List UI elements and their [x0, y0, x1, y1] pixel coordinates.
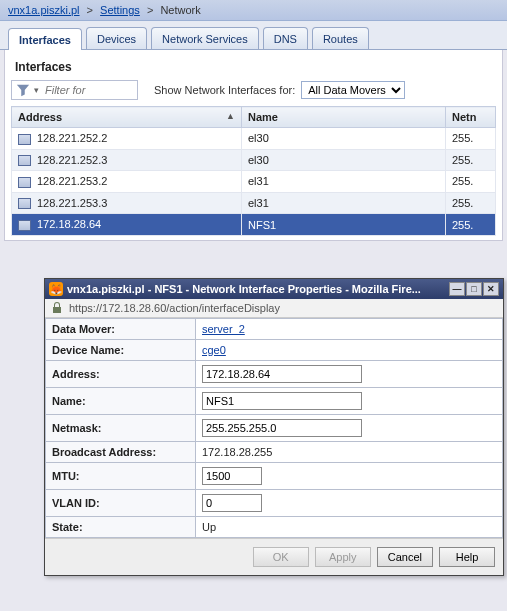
- label-mtu: MTU:: [46, 463, 196, 490]
- toolbar: ▾ Show Network Interfaces for: All Data …: [11, 78, 496, 106]
- table-row[interactable]: 128.221.253.2 el31 255.: [12, 171, 496, 193]
- interface-icon: [18, 220, 31, 231]
- label-broadcast: Broadcast Address:: [46, 442, 196, 463]
- cancel-button[interactable]: Cancel: [377, 547, 433, 567]
- interfaces-panel: Interfaces ▾ Show Network Interfaces for…: [4, 50, 503, 241]
- label-device-name: Device Name:: [46, 340, 196, 361]
- netmask-input[interactable]: [202, 419, 362, 437]
- minimize-button[interactable]: —: [449, 282, 465, 296]
- close-button[interactable]: ✕: [483, 282, 499, 296]
- label-netmask: Netmask:: [46, 415, 196, 442]
- broadcast-value: 172.18.28.255: [196, 442, 503, 463]
- interfaces-table: Address▲ Name Netn 128.221.252.2 el30 25…: [11, 106, 496, 236]
- ok-button[interactable]: OK: [253, 547, 309, 567]
- tab-dns[interactable]: DNS: [263, 27, 308, 49]
- firefox-icon: 🦊: [49, 282, 63, 296]
- help-button[interactable]: Help: [439, 547, 495, 567]
- breadcrumb-host[interactable]: vnx1a.piszki.pl: [8, 4, 80, 16]
- label-address: Address:: [46, 361, 196, 388]
- table-row[interactable]: 128.221.253.3 el31 255.: [12, 192, 496, 214]
- chevron-down-icon: ▾: [34, 85, 39, 95]
- state-value: Up: [196, 517, 503, 538]
- url-bar: https://172.18.28.60/action/interfaceDis…: [45, 299, 503, 318]
- interface-icon: [18, 134, 31, 145]
- tabstrip: Interfaces Devices Network Services DNS …: [0, 21, 507, 50]
- properties-dialog: 🦊 vnx1a.piszki.pl - NFS1 - Network Inter…: [44, 278, 504, 576]
- interface-icon: [18, 177, 31, 188]
- tab-devices[interactable]: Devices: [86, 27, 147, 49]
- label-data-mover: Data Mover:: [46, 319, 196, 340]
- data-mover-link[interactable]: server_2: [202, 323, 245, 335]
- device-name-link[interactable]: cge0: [202, 344, 226, 356]
- mtu-input[interactable]: [202, 467, 262, 485]
- label-state: State:: [46, 517, 196, 538]
- url-text: https://172.18.28.60/action/interfaceDis…: [69, 302, 280, 314]
- label-vlan: VLAN ID:: [46, 490, 196, 517]
- maximize-button[interactable]: □: [466, 282, 482, 296]
- breadcrumb-current: Network: [160, 4, 200, 16]
- scope-select[interactable]: All Data Movers: [301, 81, 405, 99]
- tab-routes[interactable]: Routes: [312, 27, 369, 49]
- col-netmask[interactable]: Netn: [446, 107, 496, 128]
- section-title: Interfaces: [11, 54, 496, 78]
- apply-button[interactable]: Apply: [315, 547, 371, 567]
- button-row: OK Apply Cancel Help: [45, 538, 503, 575]
- dialog-title: vnx1a.piszki.pl - NFS1 - Network Interfa…: [67, 283, 449, 295]
- filter-box[interactable]: ▾: [11, 80, 138, 100]
- filter-input[interactable]: [43, 83, 133, 97]
- scope-label: Show Network Interfaces for:: [154, 84, 295, 96]
- properties-table: Data Mover: server_2 Device Name: cge0 A…: [45, 318, 503, 538]
- name-input[interactable]: [202, 392, 362, 410]
- address-input[interactable]: [202, 365, 362, 383]
- interface-icon: [18, 198, 31, 209]
- col-name[interactable]: Name: [242, 107, 446, 128]
- lock-icon: [51, 302, 63, 314]
- tab-network-services[interactable]: Network Services: [151, 27, 259, 49]
- vlan-input[interactable]: [202, 494, 262, 512]
- label-name: Name:: [46, 388, 196, 415]
- col-address[interactable]: Address▲: [12, 107, 242, 128]
- dialog-titlebar[interactable]: 🦊 vnx1a.piszki.pl - NFS1 - Network Inter…: [45, 279, 503, 299]
- interface-icon: [18, 155, 31, 166]
- tab-interfaces[interactable]: Interfaces: [8, 28, 82, 50]
- breadcrumb-settings[interactable]: Settings: [100, 4, 140, 16]
- funnel-icon: [16, 83, 30, 97]
- table-row[interactable]: 172.18.28.64 NFS1 255.: [12, 214, 496, 236]
- breadcrumb: vnx1a.piszki.pl > Settings > Network: [0, 0, 507, 21]
- table-row[interactable]: 128.221.252.3 el30 255.: [12, 149, 496, 171]
- table-row[interactable]: 128.221.252.2 el30 255.: [12, 128, 496, 150]
